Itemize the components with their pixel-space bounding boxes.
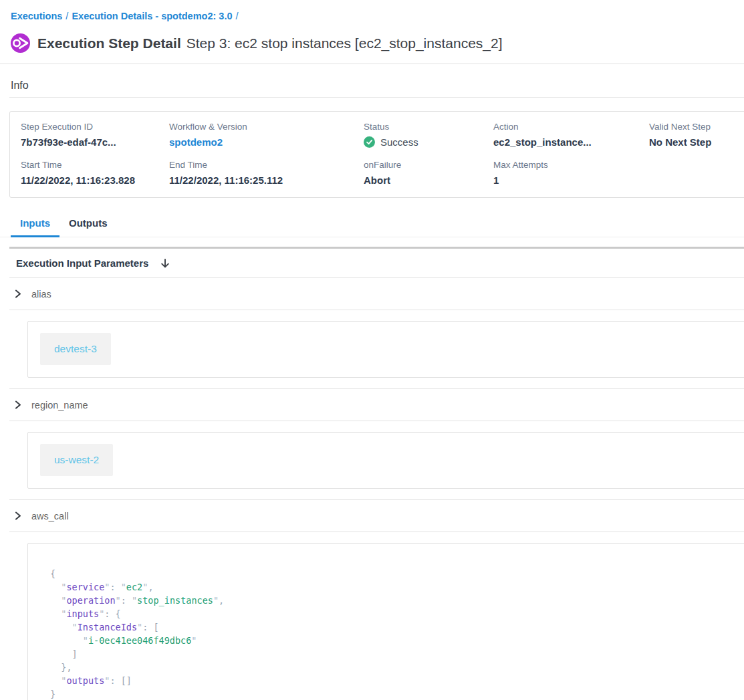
breadcrumb-link-executions[interactable]: Executions (11, 11, 62, 21)
field-label: onFailure (364, 160, 493, 170)
breadcrumb: Executions/Execution Details - spotdemo2… (0, 0, 744, 21)
field-label: Max Attempts (493, 160, 649, 170)
field-label: Workflow & Version (169, 122, 364, 132)
field-label: Action (493, 122, 649, 132)
param-section-alias: alias devtest-3 (0, 278, 744, 378)
param-section-aws-call: aws_call { "service": "ec2", "operation"… (0, 499, 744, 700)
success-check-icon (364, 136, 375, 148)
breadcrumb-separator: / (236, 11, 239, 21)
field-label: Step Execution ID (21, 122, 169, 132)
section-content-region-name: us-west-2 (27, 432, 744, 489)
field-value: 11/22/2022, 11:16:25.112 (169, 174, 364, 186)
tab-outputs[interactable]: Outputs (59, 212, 117, 237)
json-code: { "service": "ec2", "operation": "stop_i… (50, 567, 738, 700)
field-value: Abort (364, 174, 493, 186)
section-label: alias (31, 289, 51, 300)
page-subtitle: Step 3: ec2 stop instances [ec2_stop_ins… (187, 35, 503, 51)
field-value: No Next Step (649, 136, 744, 148)
page-title: Execution Step Detail (37, 35, 181, 51)
param-section-region-name: region_name us-west-2 (0, 388, 744, 489)
field-label: Start Time (21, 160, 169, 170)
field-end-time: End Time 11/22/2022, 11:16:25.112 (169, 160, 364, 186)
status-text: Success (380, 136, 418, 148)
page-header: Execution Step Detail Step 3: ec2 stop i… (0, 21, 744, 64)
divider (9, 310, 744, 310)
arrow-down-icon[interactable] (160, 258, 170, 269)
field-value: 1 (493, 174, 649, 186)
section-content-alias: devtest-3 (27, 321, 744, 378)
section-toggle-aws-call[interactable]: aws_call (0, 500, 744, 532)
field-label: Status (364, 122, 493, 132)
info-section-title: Info (11, 80, 744, 92)
field-max-attempts: Max Attempts 1 (493, 160, 649, 186)
field-valid-next-step: Valid Next Step No Next Step (649, 122, 744, 148)
field-workflow-version: Workflow & Version spotdemo2 (169, 122, 364, 148)
field-start-time: Start Time 11/22/2022, 11:16:23.828 (21, 160, 169, 186)
chevron-right-icon (13, 400, 22, 409)
field-value: ec2_stop_instance... (493, 136, 649, 148)
divider (9, 421, 744, 421)
chevron-right-icon (13, 511, 22, 520)
field-status: Status Success (364, 122, 493, 148)
field-value: 11/22/2022, 11:16:23.828 (21, 174, 169, 186)
value-chip: us-west-2 (40, 444, 113, 476)
field-action: Action ec2_stop_instance... (493, 122, 649, 148)
section-label: aws_call (31, 511, 69, 521)
section-toggle-alias[interactable]: alias (0, 278, 744, 310)
field-label: End Time (169, 160, 364, 170)
field-label: Valid Next Step (649, 122, 744, 132)
workflow-link[interactable]: spotdemo2 (169, 136, 364, 148)
section-content-aws-call: { "service": "ec2", "operation": "stop_i… (27, 543, 744, 700)
field-step-execution-id: Step Execution ID 7b73f93e-edaf-47c... (21, 122, 169, 148)
chevron-right-icon (13, 289, 22, 298)
execution-input-parameters-label: Execution Input Parameters (16, 257, 148, 269)
section-label: region_name (31, 400, 88, 411)
section-toggle-region-name[interactable]: region_name (0, 389, 744, 421)
breadcrumb-separator: / (66, 11, 68, 21)
field-value: 7b73f93e-edaf-47c... (21, 136, 169, 148)
value-chip: devtest-3 (40, 333, 111, 365)
breadcrumb-link-execution-details[interactable]: Execution Details - spotdemo2: 3.0 (72, 11, 232, 21)
status-badge: Success (364, 136, 493, 148)
divider (9, 532, 744, 532)
tab-bar: Inputs Outputs (0, 212, 744, 237)
divider (0, 64, 744, 64)
tab-inputs[interactable]: Inputs (11, 212, 59, 237)
field-onfailure: onFailure Abort (364, 160, 493, 186)
info-card: Step Execution ID 7b73f93e-edaf-47c... W… (9, 111, 744, 198)
divider (9, 97, 744, 98)
app-logo-icon (11, 33, 30, 53)
execution-input-parameters-header: Execution Input Parameters (0, 249, 744, 277)
